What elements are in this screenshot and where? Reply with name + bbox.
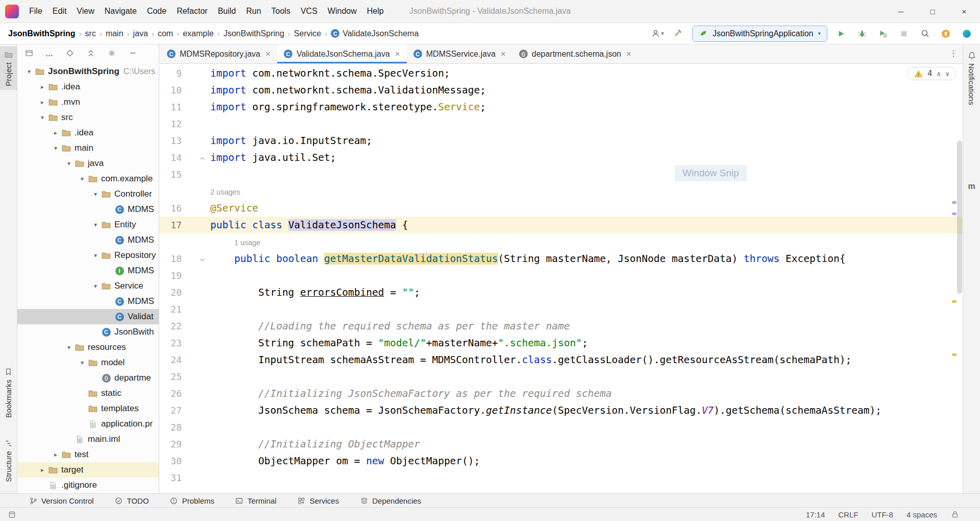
tree-item-mdms[interactable]: CMDMS [17,294,159,309]
line-number[interactable]: 30 [159,453,182,469]
code-line-22[interactable]: 22 //Loading the required schema as per … [159,318,963,335]
line-number[interactable]: 12 [159,115,182,132]
line-number[interactable]: 16 [159,200,182,217]
code-line-21[interactable]: 21 [159,301,963,318]
chevron-down-icon[interactable]: ▾ [23,68,35,75]
line-number[interactable]: 18 [159,250,182,267]
chevron-down-icon[interactable]: ▾ [77,175,88,182]
chevron-down-icon[interactable]: ▾ [90,282,101,290]
stop-button[interactable] [897,26,911,41]
breadcrumb-item-service[interactable]: Service [294,29,321,38]
toolwindow-button-services[interactable]: Services [297,496,339,505]
chevron-right-icon[interactable]: ▸ [37,83,48,90]
line-number[interactable]: 15 [159,166,182,183]
breadcrumb-item-java[interactable]: java [133,29,148,38]
debug-button[interactable] [855,26,869,41]
caret-position[interactable]: 17:14 [806,510,825,519]
chevron-right-icon[interactable]: ▸ [50,451,61,458]
user-profile-button[interactable]: ▾ [650,26,665,41]
code-line-18[interactable]: 18 public boolean getMasterDataValidatio… [159,250,963,267]
code-line-31[interactable]: 31 [159,469,963,486]
line-number[interactable]: 10 [159,82,182,99]
chevron-right-icon[interactable]: ▸ [37,466,48,473]
menu-help[interactable]: Help [363,4,388,18]
tree-item-.mvn[interactable]: ▸.mvn [17,94,159,110]
chevron-down-icon[interactable]: ▾ [77,359,88,366]
code-line-11[interactable]: 11import org.springframework.stereotype.… [159,99,963,115]
breadcrumb-item-example[interactable]: example [183,29,213,38]
chevron-down-icon[interactable]: ▾ [90,221,101,228]
run-configuration-select[interactable]: JsonBwithSpringApplication▾ [692,26,827,42]
code-line-23[interactable]: 23 String schemaPath = "model/"+masterNa… [159,335,963,351]
more-button[interactable]: … [45,49,54,58]
settings-button[interactable] [107,49,116,59]
code-line-19[interactable]: 19 [159,267,963,284]
chevron-right-icon[interactable]: ▸ [50,129,61,136]
tab-close-icon[interactable]: × [626,49,631,59]
toolwindow-project-button[interactable]: Project [0,46,17,90]
menu-run[interactable]: Run [242,4,265,18]
collapse-all-button[interactable] [86,49,95,59]
line-number[interactable]: 19 [159,267,182,284]
tree-item-static[interactable]: static [17,386,159,401]
toolwindow-button-terminal[interactable]: Terminal [235,496,277,505]
code-line-25[interactable]: 25 [159,368,963,385]
tree-item-mdms[interactable]: CMDMS [17,202,159,217]
toolwindow-structure-button[interactable]: Structure [0,435,17,486]
code-line-10[interactable]: 10import com.networknt.schema.Validation… [159,82,963,99]
menu-navigate[interactable]: Navigate [101,4,141,18]
build-project-button[interactable] [671,26,685,41]
line-number[interactable]: 31 [159,469,182,486]
tab-close-icon[interactable]: × [395,49,400,59]
tree-item-target[interactable]: ▸target [17,462,159,478]
code-with-me-button[interactable] [960,26,974,41]
inlay-usages-hint[interactable]: 2 usages [159,183,963,200]
minimize-icon[interactable]: ─ [885,0,917,23]
tree-item-.idea[interactable]: ▸.idea [17,79,159,94]
code-line-27[interactable]: 27 JsonSchema schema = JsonSchemaFactory… [159,402,963,419]
toolwindow-button-dependencies[interactable]: Dependencies [359,496,421,505]
line-number[interactable]: 14 [159,149,182,166]
tab-mdmsrepository.java[interactable]: CMDMSRepository.java× [160,44,277,63]
code-line-9[interactable]: 9import com.networknt.schema.SpecVersion… [159,65,963,82]
chevron-down-icon[interactable]: ▾ [63,344,75,351]
tab-mdmsservice.java[interactable]: CMDMSService.java× [407,44,512,63]
toolwindow-bookmarks-button[interactable]: Bookmarks [0,364,17,421]
code-line-16[interactable]: 16@Service [159,200,963,217]
indent-style[interactable]: 4 spaces [906,510,937,519]
breadcrumb-item-main[interactable]: main [106,29,124,38]
menu-build[interactable]: Build [214,4,240,18]
toolwindow-toggle-icon[interactable] [7,510,16,519]
tab-close-icon[interactable]: × [501,49,506,59]
hide-panel-button[interactable] [128,49,137,59]
line-number[interactable]: 27 [159,402,182,419]
chevron-down-icon[interactable]: ▾ [50,145,61,152]
menu-refactor[interactable]: Refactor [173,4,211,18]
tree-item-repository[interactable]: ▾Repository [17,248,159,263]
tree-item-mdms[interactable]: IMDMS [17,263,159,278]
code-line-20[interactable]: 20 String errorsCombined = ""; [159,284,963,301]
code-line-29[interactable]: 29 //Initializing ObjectMapper [159,436,963,453]
next-warning-icon[interactable]: ∨ [945,70,949,78]
line-number[interactable]: 20 [159,284,182,301]
breadcrumb-item-src[interactable]: src [85,29,96,38]
tree-item-entity[interactable]: ▾Entity [17,217,159,232]
tree-item-validat[interactable]: CValidat [17,309,159,324]
code-line-12[interactable]: 12 [159,115,963,132]
toolwindow-notifications-button[interactable]: Notifications [963,48,980,109]
inlay-usages-hint[interactable]: 1 usage [159,233,963,250]
code-editor[interactable]: 9import com.networknt.schema.SpecVersion… [159,64,963,493]
chevron-down-icon[interactable]: ▾ [37,114,48,121]
run-button[interactable] [834,26,848,41]
line-number[interactable]: 24 [159,351,182,368]
line-ending[interactable]: CRLF [838,510,858,519]
chevron-down-icon[interactable]: ▾ [90,191,101,198]
update-button[interactable] [939,26,953,41]
breadcrumb-item-validatejsonschema[interactable]: CValidateJsonSchema [331,29,419,38]
tree-item-jsonbwith[interactable]: CJsonBwith [17,324,159,340]
breadcrumb-item-jsonbwithspring[interactable]: JsonBwithSpring [8,29,76,38]
editor-scrollbar[interactable] [957,140,962,294]
code-line-24[interactable]: 24 InputStream schemaAsStream = MDMSCont… [159,351,963,368]
toolwindow-button-problems[interactable]: Problems [169,496,214,505]
tab-department.schema.json[interactable]: {}department.schema.json× [512,44,638,63]
